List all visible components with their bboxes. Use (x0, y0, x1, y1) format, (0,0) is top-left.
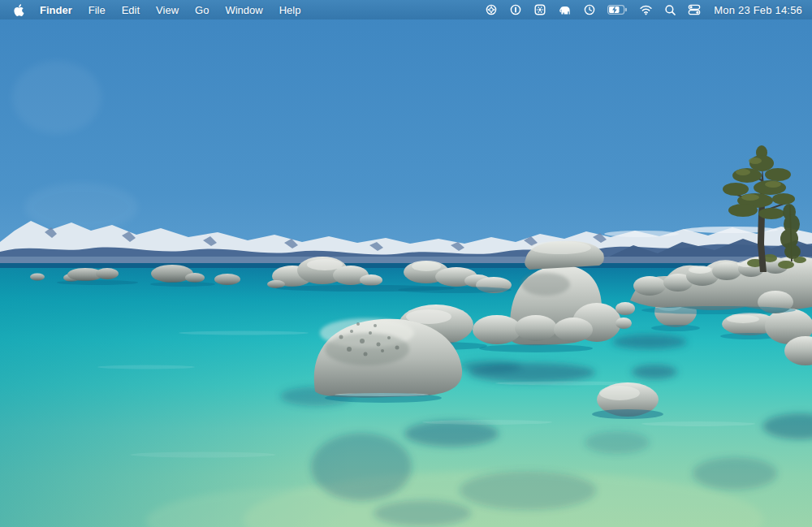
wallpaper-image (0, 0, 812, 527)
menu-file[interactable]: File (80, 4, 114, 16)
menu-bar: Finder File Edit View Go Window Help (0, 0, 812, 19)
menu-view[interactable]: View (148, 4, 187, 16)
spotlight-search-icon[interactable] (659, 4, 682, 16)
app-menu-finder[interactable]: Finder (32, 4, 80, 16)
control-center-icon[interactable] (682, 3, 706, 16)
apple-menu[interactable] (8, 3, 32, 17)
elephant-menu-extra-icon[interactable] (552, 3, 577, 16)
menu-window[interactable]: Window (217, 4, 270, 16)
app-menus: Finder File Edit View Go Window Help (32, 4, 309, 16)
time-machine-clock-menu-extra-icon[interactable] (577, 3, 602, 16)
menu-edit[interactable]: Edit (114, 4, 148, 16)
battery-charging-icon[interactable] (602, 5, 633, 15)
gear-square-menu-extra-icon[interactable] (528, 3, 552, 16)
apple-logo-icon (12, 3, 24, 17)
status-menu-extras: Mon 23 Feb 14:56 (479, 3, 804, 16)
menu-bar-clock[interactable]: Mon 23 Feb 14:56 (706, 4, 804, 16)
menu-help[interactable]: Help (271, 4, 309, 16)
knot-ring-menu-extra-icon[interactable] (479, 3, 503, 16)
desktop[interactable]: Finder File Edit View Go Window Help (0, 0, 812, 527)
wifi-icon[interactable] (633, 4, 659, 15)
keyhole-circle-menu-extra-icon[interactable] (503, 3, 528, 16)
menu-go[interactable]: Go (187, 4, 217, 16)
